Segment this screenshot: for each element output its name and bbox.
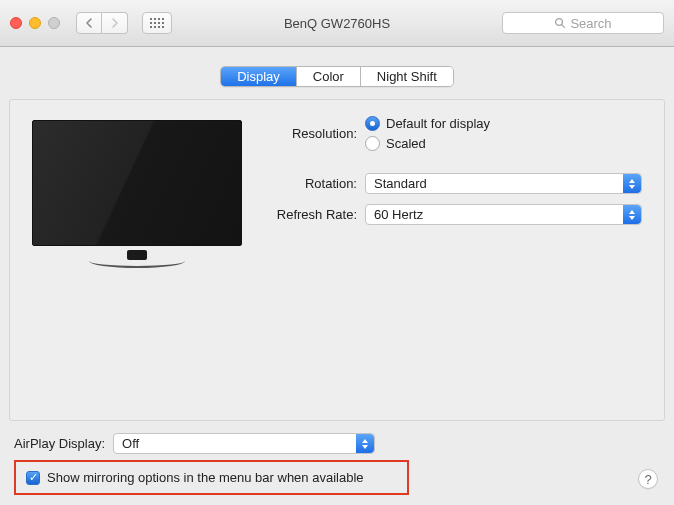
select-value: Off (122, 436, 139, 451)
grid-icon (150, 18, 164, 28)
tab-color[interactable]: Color (297, 67, 361, 86)
airplay-label: AirPlay Display: (14, 436, 105, 451)
radio-default-resolution[interactable]: Default for display (365, 116, 490, 131)
mirroring-checkbox[interactable]: ✓ Show mirroring options in the menu bar… (26, 470, 364, 485)
forward-button[interactable] (102, 12, 128, 34)
radio-icon (365, 136, 380, 151)
radio-label: Default for display (386, 116, 490, 131)
chevron-updown-icon (623, 205, 641, 224)
nav-buttons (76, 12, 128, 34)
radio-label: Scaled (386, 136, 426, 151)
rotation-label: Rotation: (262, 176, 357, 191)
question-icon: ? (644, 472, 651, 487)
window-controls (10, 17, 60, 29)
resolution-label: Resolution: (262, 126, 357, 141)
search-icon (554, 17, 566, 29)
chevron-updown-icon (356, 434, 374, 453)
tab-display[interactable]: Display (221, 67, 297, 86)
select-value: 60 Hertz (374, 207, 423, 222)
airplay-select[interactable]: Off (113, 433, 375, 454)
select-value: Standard (374, 176, 427, 191)
monitor-preview (32, 120, 242, 268)
titlebar: BenQ GW2760HS Search (0, 0, 674, 47)
window-title: BenQ GW2760HS (180, 16, 494, 31)
help-button[interactable]: ? (638, 469, 658, 489)
checkmark-icon: ✓ (26, 471, 40, 485)
refresh-rate-select[interactable]: 60 Hertz (365, 204, 642, 225)
refresh-rate-label: Refresh Rate: (262, 207, 357, 222)
radio-icon (365, 116, 380, 131)
monitor-screen-icon (32, 120, 242, 246)
monitor-stand-icon (89, 254, 185, 268)
chevron-updown-icon (623, 174, 641, 193)
search-placeholder: Search (570, 16, 611, 31)
settings-panel: Resolution: Default for display Scaled R… (9, 99, 665, 421)
search-input[interactable]: Search (502, 12, 664, 34)
tab-group: Display Color Night Shift (220, 66, 454, 87)
tab-night-shift[interactable]: Night Shift (361, 67, 453, 86)
checkbox-label: Show mirroring options in the menu bar w… (47, 470, 364, 485)
show-all-button[interactable] (142, 12, 172, 34)
close-window-button[interactable] (10, 17, 22, 29)
minimize-window-button[interactable] (29, 17, 41, 29)
radio-scaled-resolution[interactable]: Scaled (365, 136, 490, 151)
svg-line-1 (562, 25, 565, 28)
rotation-select[interactable]: Standard (365, 173, 642, 194)
highlighted-region: ✓ Show mirroring options in the menu bar… (14, 460, 409, 495)
back-button[interactable] (76, 12, 102, 34)
zoom-window-button[interactable] (48, 17, 60, 29)
